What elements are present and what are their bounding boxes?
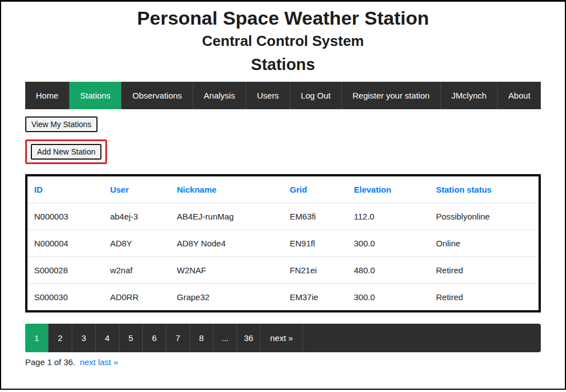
cell-station-status: Possiblyonline — [429, 203, 540, 230]
view-my-stations-button[interactable]: View My Stations — [25, 116, 98, 132]
nav-item-observations[interactable]: Observations — [122, 82, 193, 109]
nav-item-about[interactable]: About — [498, 82, 541, 109]
add-new-station-highlight-box: Add New Station — [25, 139, 107, 164]
main-nav: HomeStationsObservationsAnalysisUsersLog… — [25, 82, 541, 109]
stations-table-body: N000003ab4ej-3AB4EJ-runMagEM63fi112.0Pos… — [26, 203, 540, 312]
cell-nickname: Grape32 — [170, 284, 283, 312]
page-item-1[interactable]: 1 — [25, 324, 49, 352]
page-title: Personal Space Weather Station — [1, 7, 565, 29]
page-info-line: Page 1 of 36. next last » — [25, 357, 541, 375]
pagination: 12345678...36next » — [25, 324, 541, 352]
cell-id: S000028 — [26, 257, 103, 284]
cell-id: S000030 — [26, 284, 103, 312]
stations-table-header: IDUserNicknameGridElevationStation statu… — [26, 175, 540, 203]
add-new-station-button[interactable]: Add New Station — [31, 144, 101, 160]
cell-user: w2naf — [103, 257, 170, 284]
table-header-row: IDUserNicknameGridElevationStation statu… — [26, 175, 540, 203]
nav-item-home[interactable]: Home — [25, 82, 69, 109]
table-row: S000030AD0RRGrape32EM37ie300.0Retired — [26, 284, 540, 312]
page: Personal Space Weather Station Central C… — [0, 0, 566, 390]
cell-user: AD0RR — [103, 284, 170, 312]
page-item-36[interactable]: 36 — [237, 324, 261, 352]
actions-area: View My Stations Add New Station — [25, 116, 541, 164]
cell-elevation: 112.0 — [347, 203, 429, 230]
cell-grid: FN21ei — [283, 257, 347, 284]
page-item-5[interactable]: 5 — [119, 324, 143, 352]
cell-nickname: W2NAF — [170, 257, 283, 284]
cell-station-status: Online — [429, 230, 540, 257]
page-item-4[interactable]: 4 — [96, 324, 119, 352]
page-item-8[interactable]: 8 — [190, 324, 214, 352]
cell-grid: EM63fi — [283, 203, 347, 230]
nav-item-jmclynch[interactable]: JMclynch — [441, 82, 498, 109]
page-item-2[interactable]: 2 — [49, 324, 72, 352]
cell-elevation: 480.0 — [347, 257, 429, 284]
cell-nickname: AB4EJ-runMag — [170, 203, 283, 230]
nav-item-users[interactable]: Users — [246, 82, 290, 109]
column-header-elevation: Elevation — [347, 175, 429, 203]
column-header-nickname: Nickname — [170, 175, 283, 203]
table-row: N000004AD8YAD8Y Node4EN91fl300.0Online — [26, 230, 540, 257]
page-item-next[interactable]: next » — [261, 324, 303, 352]
nav-item-log-out[interactable]: Log Out — [290, 82, 342, 109]
main-container: HomeStationsObservationsAnalysisUsersLog… — [25, 82, 541, 375]
cell-station-status: Retired — [429, 284, 540, 312]
cell-elevation: 300.0 — [347, 230, 429, 257]
cell-id: N000003 — [26, 203, 103, 230]
nav-item-stations[interactable]: Stations — [69, 82, 122, 109]
column-header-user: User — [103, 175, 170, 203]
column-header-grid: Grid — [283, 175, 347, 203]
column-header-id: ID — [26, 175, 103, 203]
cell-station-status: Retired — [429, 257, 540, 284]
section-heading: Stations — [1, 55, 565, 74]
nav-item-analysis[interactable]: Analysis — [193, 82, 247, 109]
cell-user: AD8Y — [103, 230, 170, 257]
cell-id: N000004 — [26, 230, 103, 257]
page-item-6[interactable]: 6 — [143, 324, 166, 352]
cell-grid: EM37ie — [283, 284, 347, 312]
page-info: Page 1 of 36. — [25, 357, 75, 367]
cell-elevation: 300.0 — [347, 284, 429, 312]
table-row: N000003ab4ej-3AB4EJ-runMagEM63fi112.0Pos… — [26, 203, 540, 230]
next-last-links[interactable]: next last » — [80, 357, 118, 367]
page-item-7[interactable]: 7 — [166, 324, 190, 352]
page-item-ellipsis[interactable]: ... — [214, 324, 237, 352]
page-item-3[interactable]: 3 — [72, 324, 96, 352]
cell-grid: EN91fl — [283, 230, 347, 257]
cell-nickname: AD8Y Node4 — [170, 230, 283, 257]
table-row: S000028w2nafW2NAFFN21ei480.0Retired — [26, 257, 540, 284]
column-header-station-status: Station status — [429, 175, 540, 203]
page-subtitle: Central Control System — [1, 32, 565, 50]
nav-item-register-your-station[interactable]: Register your station — [342, 82, 441, 109]
stations-table: IDUserNicknameGridElevationStation statu… — [25, 174, 541, 312]
cell-user: ab4ej-3 — [103, 203, 170, 230]
